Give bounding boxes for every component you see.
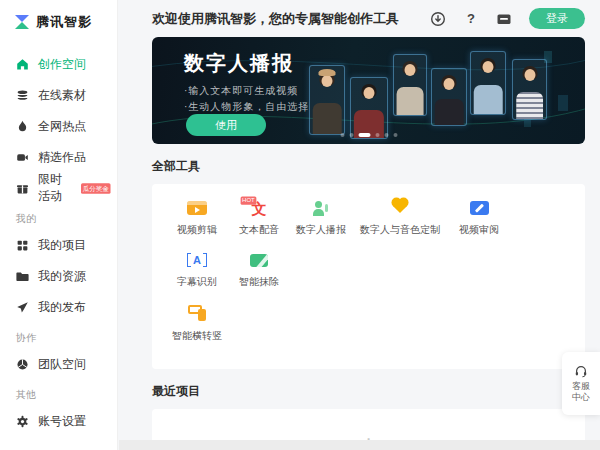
sidebar-nav: 创作空间 在线素材 全网热点 精选作品 限时活动 瓜分奖金 我的 我的项目 我的… <box>0 31 117 428</box>
rotate-hv-icon <box>188 305 206 323</box>
download-client-icon[interactable] <box>430 11 446 27</box>
customer-service-widget[interactable]: 客服中心 <box>562 352 600 415</box>
recent-section-title: 最近项目 <box>152 383 585 400</box>
carousel-dot[interactable] <box>349 133 353 137</box>
grid-icon <box>16 239 29 252</box>
person-mic-icon <box>313 200 329 216</box>
banner-subtitle-2: ·生动人物形象，自由选择 <box>184 100 309 114</box>
hero-banner[interactable]: 数字人播报 ·输入文本即可生成视频 ·生动人物形象，自由选择 使用 <box>152 37 585 144</box>
folder-icon <box>16 270 29 283</box>
help-icon[interactable]: ? <box>463 11 479 27</box>
flame-icon <box>16 120 29 133</box>
sidebar-item-label: 账号设置 <box>38 413 86 430</box>
sidebar-item-label: 我的资源 <box>38 268 86 285</box>
tool-smart-erase[interactable]: 智能抹除 <box>230 251 288 289</box>
tool-horizontal-to-vertical[interactable]: 智能横转竖 <box>168 305 569 343</box>
sidebar-item-label: 精选作品 <box>38 149 86 166</box>
tool-subtitle-recognition[interactable]: A 字幕识别 <box>168 251 226 289</box>
digital-human-card <box>431 68 467 126</box>
sidebar-item-label: 创作空间 <box>38 56 86 73</box>
nav-group-title-collab: 协作 <box>16 331 117 345</box>
customer-service-label: 客服中心 <box>572 381 590 404</box>
digital-human-card <box>393 54 427 116</box>
logo-icon <box>14 14 30 30</box>
login-button[interactable]: 登录 <box>529 8 585 29</box>
app-title: 腾讯智影 <box>36 13 92 31</box>
bottom-strip <box>119 440 600 450</box>
sidebar-item-creation-space[interactable]: 创作空间 <box>16 57 117 71</box>
sidebar-item-featured-works[interactable]: 精选作品 <box>16 150 117 164</box>
eraser-icon <box>250 254 268 267</box>
tools-section-title: 全部工具 <box>152 158 585 175</box>
digital-human-card <box>309 65 345 135</box>
top-bar: 欢迎使用腾讯智影，您的专属智能创作工具 ? 登录 <box>152 0 585 37</box>
sidebar-item-my-resources[interactable]: 我的资源 <box>16 269 117 283</box>
tools-panel: 视频剪辑 文 HOT 文本配音 数字人播报 数字人与音色定制 视频审阅 <box>152 184 585 369</box>
gear-icon <box>16 415 29 428</box>
carousel-dot[interactable] <box>384 133 388 137</box>
feedback-icon[interactable] <box>496 11 512 27</box>
carousel-dot-active[interactable] <box>358 133 370 137</box>
welcome-text: 欢迎使用腾讯智影，您的专属智能创作工具 <box>152 10 399 28</box>
heart-icon <box>393 199 407 213</box>
carousel-dot[interactable] <box>340 133 344 137</box>
headset-icon <box>574 364 588 378</box>
carousel-dot[interactable] <box>375 133 379 137</box>
layers-icon <box>16 89 29 102</box>
nav-group-title-mine: 我的 <box>16 212 117 226</box>
event-badge: 瓜分奖金 <box>81 183 111 194</box>
sidebar-item-label: 在线素材 <box>38 87 86 104</box>
sidebar-item-my-projects[interactable]: 我的项目 <box>16 238 117 252</box>
sidebar-item-trending[interactable]: 全网热点 <box>16 119 117 133</box>
sidebar-item-online-materials[interactable]: 在线素材 <box>16 88 117 102</box>
nav-group-title-other: 其他 <box>16 388 117 402</box>
app-logo[interactable]: 腾讯智影 <box>0 0 117 31</box>
sidebar-item-label: 全网热点 <box>38 118 86 135</box>
carousel-dot[interactable] <box>393 133 397 137</box>
sidebar-item-label: 我的发布 <box>38 299 86 316</box>
digital-human-card <box>512 59 547 120</box>
sidebar: 腾讯智影 创作空间 在线素材 全网热点 精选作品 限时活动 瓜分奖金 我的 我的… <box>0 0 118 450</box>
sidebar-item-label: 限时活动 <box>38 171 72 205</box>
carousel-dots <box>340 133 397 137</box>
tool-text-to-speech[interactable]: 文 HOT 文本配音 <box>230 199 288 237</box>
digital-human-card <box>470 51 506 115</box>
home-icon <box>16 58 29 71</box>
clapperboard-icon <box>187 201 207 215</box>
sidebar-item-account-settings[interactable]: 账号设置 <box>16 414 117 428</box>
sidebar-item-label: 团队空间 <box>38 356 86 373</box>
tool-video-editing[interactable]: 视频剪辑 <box>168 199 226 237</box>
banner-use-button[interactable]: 使用 <box>186 114 266 136</box>
sidebar-item-limited-event[interactable]: 限时活动 瓜分奖金 <box>16 181 117 195</box>
gift-icon <box>16 182 29 195</box>
banner-title: 数字人播报 <box>184 50 294 77</box>
tool-digital-human-broadcast[interactable]: 数字人播报 <box>292 199 350 237</box>
send-icon <box>16 301 29 314</box>
team-icon <box>16 358 29 371</box>
sidebar-item-my-publications[interactable]: 我的发布 <box>16 300 117 314</box>
hot-badge: HOT <box>240 196 256 204</box>
digital-human-card <box>350 77 388 139</box>
tool-voice-customization[interactable]: 数字人与音色定制 <box>354 199 446 237</box>
subtitle-recognition-icon: A <box>187 251 207 269</box>
sidebar-item-label: 我的项目 <box>38 237 86 254</box>
sidebar-item-team-space[interactable]: 团队空间 <box>16 357 117 371</box>
video-review-icon <box>470 201 489 215</box>
main-area: 欢迎使用腾讯智影，您的专属智能创作工具 ? 登录 数字人播报 <box>119 0 600 450</box>
banner-subtitle-1: ·输入文本即可生成视频 <box>184 84 298 98</box>
video-icon <box>16 151 29 164</box>
tool-video-review[interactable]: 视频审阅 <box>450 199 508 237</box>
